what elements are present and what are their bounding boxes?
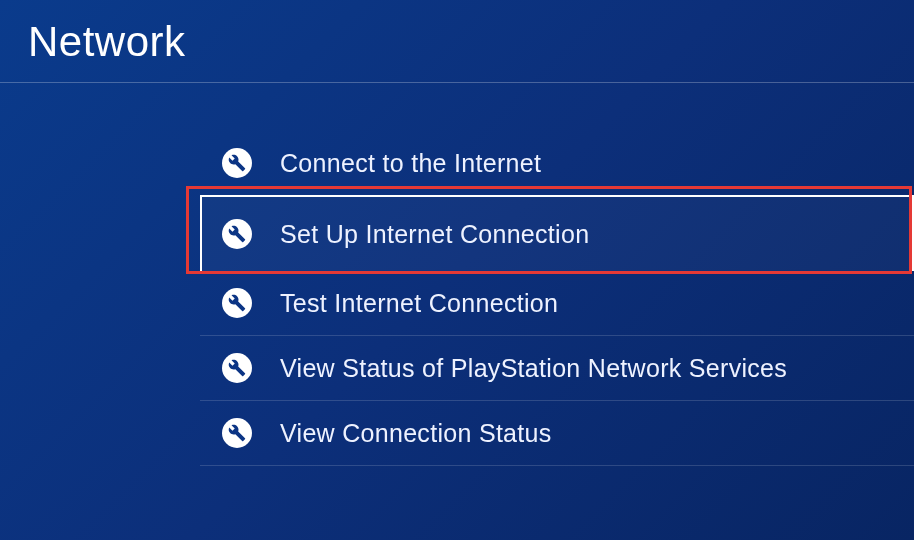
menu-item-label: Test Internet Connection	[280, 289, 558, 318]
page-title: Network	[28, 18, 886, 66]
menu-item-connect-internet[interactable]: Connect to the Internet	[200, 131, 914, 195]
menu-item-setup-connection[interactable]: Set Up Internet Connection	[200, 195, 914, 271]
wrench-icon	[222, 418, 252, 448]
menu-item-psn-status[interactable]: View Status of PlayStation Network Servi…	[200, 336, 914, 401]
wrench-icon	[222, 288, 252, 318]
page-header: Network	[0, 0, 914, 82]
menu-item-test-connection[interactable]: Test Internet Connection	[200, 271, 914, 336]
network-menu: Connect to the Internet Set Up Internet …	[0, 83, 914, 466]
menu-item-label: Connect to the Internet	[280, 149, 541, 178]
wrench-icon	[222, 148, 252, 178]
wrench-icon	[222, 353, 252, 383]
menu-item-label: Set Up Internet Connection	[280, 220, 589, 249]
menu-item-label: View Status of PlayStation Network Servi…	[280, 354, 787, 383]
menu-item-label: View Connection Status	[280, 419, 552, 448]
menu-item-connection-status[interactable]: View Connection Status	[200, 401, 914, 466]
wrench-icon	[222, 219, 252, 249]
